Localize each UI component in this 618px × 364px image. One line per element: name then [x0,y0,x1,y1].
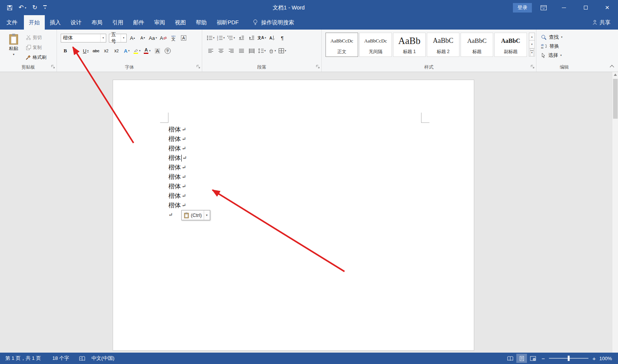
close-button[interactable]: × [596,0,618,15]
highlight-button[interactable] [132,46,142,55]
replace-button[interactable]: abac 替换 [536,42,592,51]
gallery-scroll-down-button[interactable] [529,41,535,49]
clear-formatting-button[interactable]: A [159,33,168,42]
clipboard-dialog-launcher[interactable] [51,63,55,70]
print-layout-button[interactable] [516,354,527,363]
text-line[interactable]: 楷体↵ [168,172,187,182]
font-size-combo[interactable]: 五号 [109,34,127,42]
tab-review[interactable]: 审阅 [149,15,170,30]
paste-options-button[interactable]: (Ctrl) [181,210,210,220]
align-center-button[interactable] [216,46,225,55]
cut-button[interactable]: 剪切 [26,33,46,42]
format-painter-button[interactable]: 格式刷 [26,53,46,61]
font-name-dropdown-icon[interactable] [100,34,106,42]
tab-view[interactable]: 视图 [170,15,191,30]
font-color-button[interactable]: A [143,46,152,55]
shading-button[interactable] [267,46,277,55]
zoom-out-button[interactable]: − [539,355,547,362]
tell-me-search[interactable]: 操作说明搜索 [253,15,294,30]
zoom-in-button[interactable]: + [590,355,598,362]
styles-dialog-launcher[interactable] [531,63,535,70]
tab-help[interactable]: 帮助 [191,15,212,30]
chevron-down-icon[interactable] [204,210,208,220]
document-page[interactable]: 楷体↵ 楷体↵ 楷体↵ 楷体↵ 楷体↵ 楷体↵ 楷体↵ 楷体↵ 楷体↵ ↵ (C… [113,80,474,351]
collapse-ribbon-button[interactable] [610,65,614,69]
ribbon-display-options-button[interactable] [540,5,547,11]
strikethrough-button[interactable]: abc [91,46,101,55]
line-spacing-button[interactable] [257,46,266,55]
minimize-button[interactable] [553,0,575,15]
redo-button[interactable]: ↻ [32,5,37,11]
bullets-button[interactable] [206,33,215,42]
text-line[interactable]: 楷体↵ [168,125,187,134]
text-line[interactable]: 楷体↵ [168,144,187,153]
underline-button[interactable]: U [81,46,90,55]
undo-dropdown-icon[interactable] [25,6,26,9]
shrink-font-button[interactable]: A [138,33,147,42]
word-count[interactable]: 18 个字 [52,355,69,362]
tab-mailings[interactable]: 邮件 [128,15,149,30]
style-normal[interactable]: AaBbCcDc 正文 [326,33,358,57]
proofing-status[interactable] [79,356,85,361]
paste-button[interactable]: 粘贴 [5,33,23,61]
text-line[interactable]: 楷体↵ [168,201,187,210]
save-button[interactable] [7,5,13,11]
text-line[interactable]: 楷体↵ [168,134,187,144]
tab-references[interactable]: 引用 [107,15,128,30]
sort-button[interactable]: A [267,33,277,42]
customize-qat-button[interactable] [43,5,47,10]
style-no-spacing[interactable]: AaBbCcDc 无间隔 [359,33,392,57]
gallery-more-button[interactable] [529,49,535,56]
zoom-slider-thumb[interactable] [568,356,570,361]
copy-button[interactable]: 复制 [26,43,46,52]
bold-button[interactable]: B [61,46,70,55]
multilevel-list-button[interactable] [226,33,236,42]
text-effects-button[interactable]: A [122,46,131,55]
subscript-button[interactable]: x2 [102,46,111,55]
show-hide-marks-button[interactable]: ¶ [278,33,287,42]
asian-layout-button[interactable]: 文A [257,33,266,42]
superscript-button[interactable]: x2 [112,46,121,55]
zoom-level[interactable]: 100% [598,356,618,361]
style-heading-2[interactable]: AaBbC 标题 2 [427,33,459,57]
undo-button[interactable]: ↶ [19,5,26,11]
scrollbar-thumb[interactable] [613,79,618,119]
borders-button[interactable] [278,46,287,55]
style-title[interactable]: AaBbC 标题 [461,33,493,57]
text-line[interactable]: 楷体↵ [168,191,187,201]
enclose-characters-button[interactable]: 字 [163,46,172,55]
text-line[interactable]: 楷体↵ [168,163,187,172]
decrease-indent-button[interactable] [237,33,246,42]
vertical-scrollbar[interactable] [612,72,618,353]
find-button[interactable]: 查找 [536,33,592,42]
style-subtitle[interactable]: AaBbC 副标题 [494,33,527,57]
tab-foxit-pdf[interactable]: 福昕PDF [212,15,244,30]
tab-layout[interactable]: 布局 [86,15,107,30]
paragraph-dialog-launcher[interactable] [316,63,320,70]
paste-dropdown-icon[interactable] [13,53,14,56]
login-button[interactable]: 登录 [513,3,532,13]
tab-home[interactable]: 开始 [24,15,45,30]
font-dialog-launcher[interactable] [197,63,200,70]
web-layout-button[interactable] [528,354,538,363]
maximize-button[interactable] [575,0,596,15]
read-mode-button[interactable] [505,354,516,363]
tab-file[interactable]: 文件 [0,15,24,30]
grow-font-button[interactable]: A [128,33,137,42]
phonetic-guide-button[interactable]: wén文 [169,33,178,42]
align-right-button[interactable] [226,46,236,55]
tab-insert[interactable]: 插入 [45,15,66,30]
increase-indent-button[interactable] [247,33,256,42]
scroll-up-icon[interactable] [614,74,617,76]
chevron-down-icon[interactable] [87,49,89,52]
change-case-button[interactable]: Aa [148,33,157,42]
character-shading-button[interactable]: A [153,46,162,55]
numbering-button[interactable]: 123 [216,33,225,42]
language-indicator[interactable]: 中文(中国) [91,355,115,362]
font-name-combo[interactable]: 楷体 [61,34,106,42]
share-button[interactable]: 共享 [593,15,610,30]
page-indicator[interactable]: 第 1 页，共 1 页 [5,355,41,362]
tab-design[interactable]: 设计 [66,15,86,30]
justify-button[interactable] [237,46,246,55]
font-size-dropdown-icon[interactable] [121,34,126,42]
